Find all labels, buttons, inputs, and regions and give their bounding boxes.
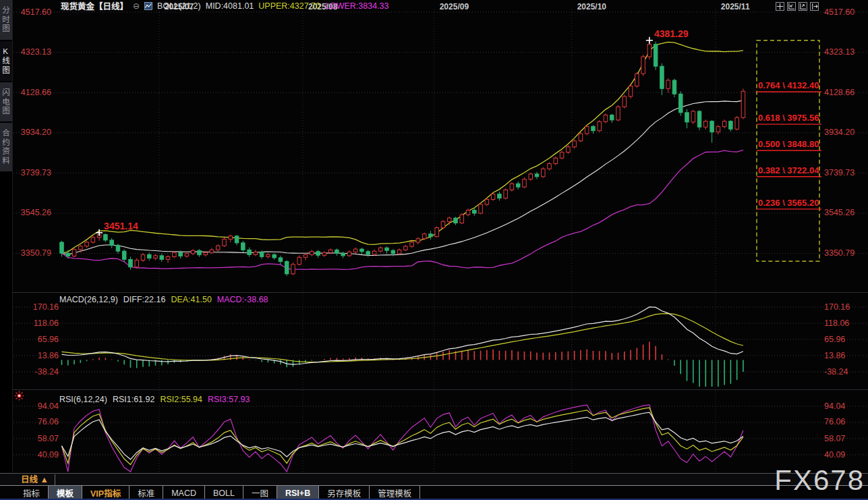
tab-template[interactable]: 模板 — [49, 486, 82, 500]
price-tick-right: 3739.73 — [824, 169, 855, 177]
tab-boll[interactable]: BOLL — [205, 486, 243, 500]
tab-save-template[interactable]: 另存模板 — [319, 486, 370, 500]
macd-dea-value: DEA:41.50 — [171, 295, 211, 304]
panel-separator — [0, 389, 868, 390]
boll-upper-value: UPPER:4327.70 — [258, 1, 320, 11]
tab-vip-indicator[interactable]: VIP指标 — [82, 486, 129, 500]
macd-tick-left: 65.96 — [13, 335, 59, 344]
price-tick-left: 4517.60 — [13, 8, 51, 17]
fib-level-label: 0.764 \ 4132.40 — [758, 80, 819, 90]
tab-macd[interactable]: MACD — [163, 486, 205, 500]
boll-lower-value: LOWER:3834.33 — [325, 1, 389, 11]
macd-tick-left: -38.24 — [13, 368, 59, 377]
panel-separator — [0, 292, 868, 293]
fib-level-label: 0.236 \ 3565.20 — [758, 198, 819, 208]
rsi3-value: RSI3:57.93 — [208, 395, 250, 404]
price-annotation: 3451.14 — [104, 221, 138, 231]
price-tick-right: 3934.20 — [824, 128, 855, 137]
price-tick-left: 4323.13 — [13, 48, 51, 57]
macd-label: MACD(26,12,9) — [59, 295, 118, 304]
period-selector[interactable]: 日线 ▲ — [15, 474, 55, 486]
price-tick-left: 3934.20 — [13, 128, 51, 137]
crosshair-icon[interactable] — [776, 2, 784, 11]
macd-tick-right: 65.96 — [824, 335, 845, 344]
watermark: FX678 — [774, 466, 865, 495]
pan-right-icon[interactable] — [810, 2, 819, 11]
rsi2-value: RSI2:55.94 — [160, 395, 202, 404]
tab-indicator[interactable]: 指标 — [15, 486, 49, 500]
up-arrow-icon: ▲ — [40, 475, 49, 484]
x-axis-row: 日线 ▲ — [0, 473, 868, 486]
macd-hist-value: MACD:-38.68 — [217, 295, 268, 304]
symbol-title: 现货黄金【日线】 — [61, 0, 128, 12]
rsi-panel-header: RSI(6,12,24) RSI1:61.92 RSI2:55.94 RSI3:… — [59, 395, 250, 404]
rsi1-value: RSI1:61.92 — [113, 395, 155, 404]
chart-window: 现货黄金【日线】 ⊖ BOLL(21,2) MID:4081.01 UPPER:… — [0, 0, 868, 500]
fib-level-label: 0.618 \ 3975.56 — [758, 113, 819, 123]
tab-manage-template[interactable]: 管理模板 — [370, 486, 420, 500]
rsi-tick-left: 76.06 — [13, 418, 59, 426]
price-tick-right: 4323.13 — [824, 48, 855, 57]
price-tick-right: 4128.66 — [824, 88, 855, 97]
boll-mid-value: MID:4081.01 — [206, 1, 254, 11]
expand-axis-icon[interactable] — [799, 2, 807, 11]
chart-toolbar — [776, 2, 819, 11]
chart-header: 现货黄金【日线】 ⊖ BOLL(21,2) MID:4081.01 UPPER:… — [61, 1, 389, 11]
tab-rsi-b[interactable]: RSI+B — [277, 486, 319, 500]
tab-standard[interactable]: 标准 — [129, 486, 163, 500]
rsi-tick-left: 94.04 — [13, 402, 59, 411]
compress-axis-icon[interactable] — [787, 2, 796, 11]
bottom-tab-bar: 指标模板VIP指标标准MACDBOLL一图RSI+B另存模板管理模板 — [15, 486, 420, 500]
tab-flash-chart[interactable]: 闪电图 — [0, 82, 12, 122]
tab-one-chart[interactable]: 一图 — [243, 486, 277, 500]
macd-tick-right: 118.06 — [824, 319, 849, 328]
chart-canvas[interactable] — [0, 0, 868, 500]
macd-diff-value: DIFF:22.16 — [123, 295, 166, 304]
tab-contract-info[interactable]: 合约资料 — [0, 123, 12, 171]
boll-label: BOLL(21,2) — [157, 1, 201, 11]
tab-kline-chart[interactable]: K线图 — [0, 41, 12, 81]
macd-tick-left: 170.16 — [13, 303, 59, 312]
rsi-tick-right: 76.06 — [824, 418, 845, 426]
left-sidebar: 分时图K线图闪电图合约资料 — [0, 0, 13, 472]
rsi-label: RSI(6,12,24) — [59, 395, 107, 404]
price-annotation: 4381.29 — [654, 28, 689, 39]
fib-level-label: 0.500 \ 3848.80 — [758, 139, 819, 149]
price-tick-left: 3545.26 — [13, 209, 51, 217]
price-tick-left: 3350.79 — [13, 249, 51, 258]
macd-tick-right: 13.86 — [824, 352, 845, 360]
price-tick-left: 3739.73 — [13, 169, 51, 177]
tab-time-chart[interactable]: 分时图 — [0, 0, 12, 40]
macd-tick-right: 170.16 — [824, 303, 850, 312]
macd-panel-header: MACD(26,12,9) DIFF:22.16 DEA:41.50 MACD:… — [59, 295, 268, 304]
rsi-marker-icon[interactable] — [14, 391, 24, 401]
rsi-tick-right: 40.09 — [824, 451, 845, 460]
fib-level-label: 0.382 \ 3722.04 — [758, 165, 819, 175]
rsi-tick-left: 58.07 — [13, 435, 59, 443]
rsi-tick-right: 94.04 — [824, 402, 845, 411]
price-tick-right: 4517.60 — [824, 8, 855, 17]
rsi-tick-right: 58.07 — [824, 435, 845, 443]
macd-tick-left: 118.06 — [13, 319, 59, 328]
price-tick-right: 3545.26 — [824, 209, 855, 217]
price-tick-left: 4128.66 — [13, 88, 51, 97]
price-tick-right: 3350.79 — [824, 249, 855, 258]
macd-tick-left: 13.86 — [13, 352, 59, 360]
indicator-chart-icon — [144, 2, 152, 10]
collapse-icon[interactable]: ⊖ — [133, 1, 140, 11]
rsi-tick-left: 40.09 — [13, 451, 59, 460]
macd-tick-right: -38.24 — [824, 368, 848, 377]
